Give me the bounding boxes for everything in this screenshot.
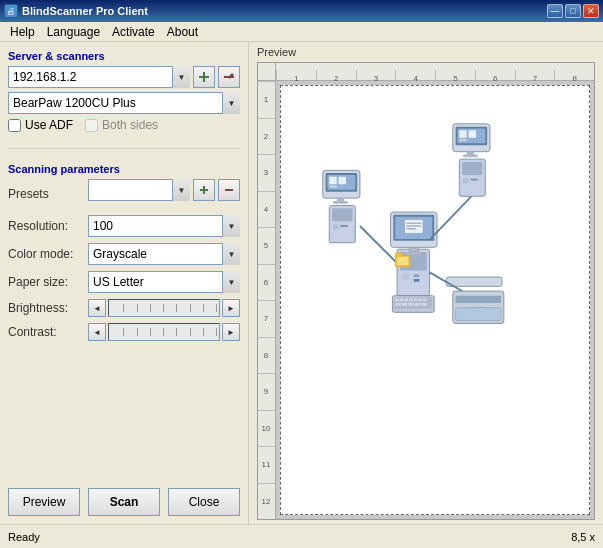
ruler-left-6: 6 (258, 264, 275, 301)
contrast-label: Contrast: (8, 325, 88, 339)
bottom-buttons: Preview Scan Close (8, 480, 240, 516)
close-button[interactable]: Close (168, 488, 240, 516)
presets-select-wrapper: ▼ (88, 179, 190, 201)
presets-label: Presets (8, 187, 88, 201)
brightness-slider[interactable] (108, 299, 220, 317)
both-sides-label: Both sides (85, 118, 158, 132)
use-adf-checkbox[interactable] (8, 119, 21, 132)
status-dimensions: 8,5 x (571, 531, 595, 543)
svg-rect-62 (463, 178, 469, 184)
scanner-select[interactable]: BearPaw 1200CU Plus (8, 92, 240, 114)
ruler-left: 1 2 3 4 5 6 7 8 9 10 11 12 (258, 81, 276, 519)
title-bar: 🖨 BlindScanner Pro Client — □ ✕ (0, 0, 603, 22)
menu-help[interactable]: Help (4, 23, 41, 41)
add-server-button[interactable] (193, 66, 215, 88)
svg-rect-55 (459, 130, 466, 137)
brightness-control: ◄ ► (88, 299, 240, 317)
ruler-left-10: 10 (258, 410, 275, 447)
svg-rect-37 (408, 303, 414, 306)
svg-rect-11 (446, 277, 502, 286)
svg-rect-47 (333, 201, 348, 204)
presets-select[interactable] (88, 179, 190, 201)
ruler-top-3: 3 (356, 70, 396, 80)
checkbox-row: Use ADF Both sides (8, 118, 240, 132)
ruler-left-7: 7 (258, 300, 275, 337)
remove-preset-button[interactable] (218, 179, 240, 201)
remove-server-button[interactable] (218, 66, 240, 88)
ruler-top-6: 6 (475, 70, 515, 80)
svg-rect-14 (402, 272, 409, 279)
svg-rect-36 (402, 303, 408, 306)
color-mode-select[interactable]: Grayscale Color Black & White (88, 243, 240, 265)
resolution-row: Resolution: 100 200 300 600 ▼ (8, 215, 240, 237)
preview-label: Preview (257, 46, 595, 58)
contrast-increase-button[interactable]: ► (222, 323, 240, 341)
color-mode-label: Color mode: (8, 247, 88, 261)
app-icon: 🖨 (4, 4, 18, 18)
menu-language[interactable]: Language (41, 23, 106, 41)
preview-content (276, 81, 594, 519)
brightness-label: Brightness: (8, 301, 88, 315)
menu-activate[interactable]: Activate (106, 23, 161, 41)
contrast-row: Contrast: ◄ ► (8, 323, 240, 341)
svg-rect-57 (459, 139, 466, 142)
resolution-select[interactable]: 100 200 300 600 (88, 215, 240, 237)
paper-size-row: Paper size: US Letter A4 Legal ▼ (8, 271, 240, 293)
ruler-left-11: 11 (258, 446, 275, 483)
preview-button[interactable]: Preview (8, 488, 80, 516)
presets-control: ▼ (88, 179, 240, 201)
svg-rect-56 (469, 130, 476, 137)
right-panel: Preview 1 2 3 4 5 6 7 8 (248, 42, 603, 524)
svg-rect-59 (463, 155, 478, 158)
paper-size-control: US Letter A4 Legal ▼ (88, 271, 240, 293)
brightness-increase-button[interactable]: ► (222, 299, 240, 317)
ruler-left-9: 9 (258, 373, 275, 410)
resolution-control: 100 200 300 600 ▼ (88, 215, 240, 237)
ruler-left-8: 8 (258, 337, 275, 374)
both-sides-checkbox[interactable] (85, 119, 98, 132)
add-preset-button[interactable] (193, 179, 215, 201)
svg-rect-15 (414, 274, 420, 277)
svg-rect-33 (418, 298, 422, 301)
svg-rect-24 (409, 247, 418, 252)
svg-rect-1 (199, 76, 209, 78)
params-section-label: Scanning parameters (8, 163, 240, 175)
contrast-decrease-button[interactable]: ◄ (88, 323, 106, 341)
brightness-decrease-button[interactable]: ◄ (88, 299, 106, 317)
svg-rect-5 (200, 189, 208, 191)
paper-size-label: Paper size: (8, 275, 88, 289)
contrast-slider[interactable] (108, 323, 220, 341)
svg-rect-45 (329, 185, 336, 188)
server-ip-select[interactable]: 192.168.1.2 (8, 66, 190, 88)
svg-rect-51 (340, 225, 347, 227)
svg-rect-32 (414, 298, 418, 301)
title-bar-buttons: — □ ✕ (547, 4, 599, 18)
svg-rect-68 (395, 253, 402, 257)
svg-rect-35 (395, 303, 401, 306)
maximize-button[interactable]: □ (565, 4, 581, 18)
paper-size-select[interactable]: US Letter A4 Legal (88, 271, 240, 293)
ruler-top: 1 2 3 4 5 6 7 8 (276, 63, 594, 81)
paper-size-select-wrapper: US Letter A4 Legal ▼ (88, 271, 240, 293)
color-mode-row: Color mode: Grayscale Color Black & Whit… (8, 243, 240, 265)
ruler-left-3: 3 (258, 154, 275, 191)
use-adf-label[interactable]: Use ADF (8, 118, 73, 132)
svg-rect-8 (456, 296, 502, 303)
svg-rect-49 (332, 208, 352, 221)
menu-about[interactable]: About (161, 23, 204, 41)
window-title: BlindScanner Pro Client (22, 5, 148, 17)
ruler-top-1: 1 (276, 70, 316, 80)
minimize-button[interactable]: — (547, 4, 563, 18)
both-sides-text: Both sides (102, 118, 158, 132)
ruler-left-2: 2 (258, 118, 275, 155)
main-layout: Server & scanners 192.168.1.2 ▼ (0, 42, 603, 524)
ruler-left-5: 5 (258, 227, 275, 264)
scan-button[interactable]: Scan (88, 488, 160, 516)
use-adf-text: Use ADF (25, 118, 73, 132)
ruler-left-12: 12 (258, 483, 275, 520)
svg-rect-25 (405, 252, 422, 255)
server-section: Server & scanners 192.168.1.2 ▼ (8, 50, 240, 134)
ruler-left-1: 1 (258, 81, 275, 118)
close-window-button[interactable]: ✕ (583, 4, 599, 18)
title-bar-left: 🖨 BlindScanner Pro Client (4, 4, 148, 18)
